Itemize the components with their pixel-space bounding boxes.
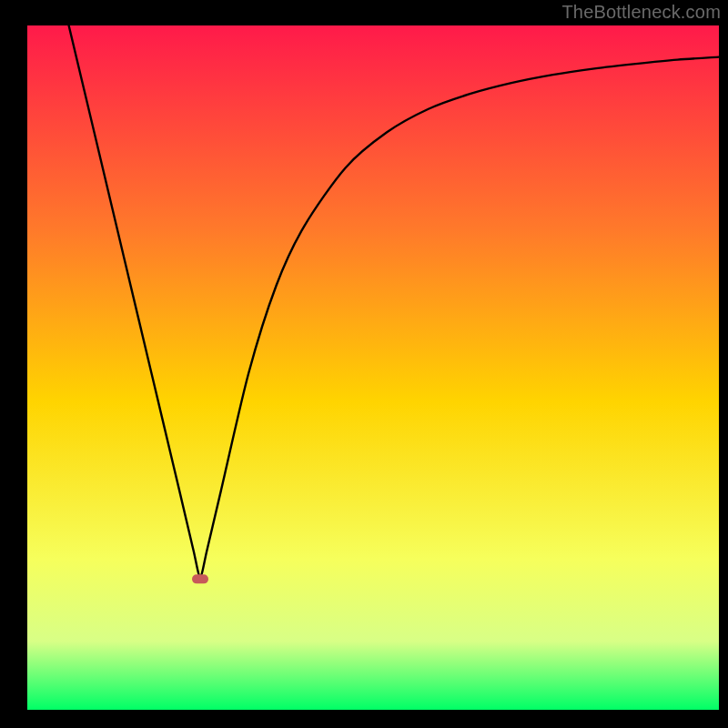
minimum-marker xyxy=(192,574,208,583)
attribution-label: TheBottleneck.com xyxy=(561,2,721,23)
bottleneck-curve-chart xyxy=(0,0,728,728)
chart-container: TheBottleneck.com xyxy=(0,0,728,728)
gradient-background xyxy=(27,25,719,710)
